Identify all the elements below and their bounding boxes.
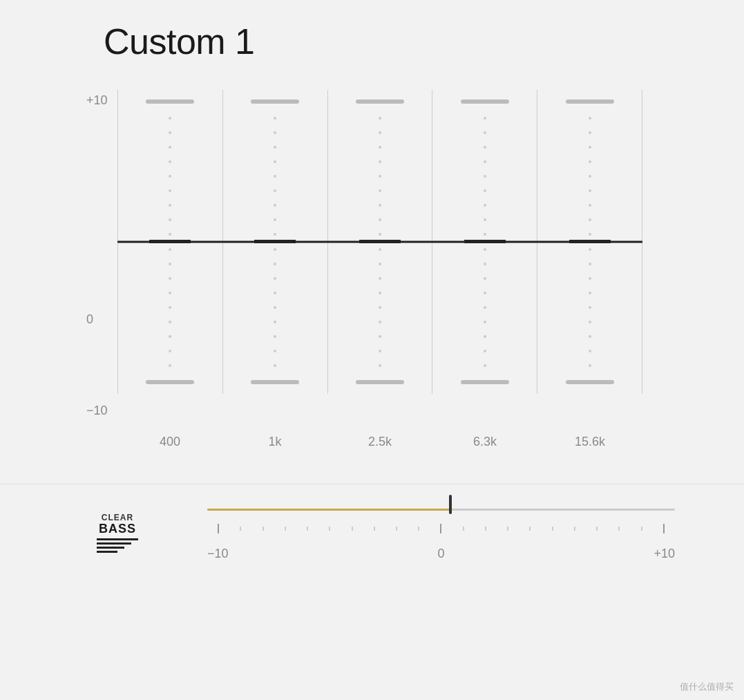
band-1k-zero-notch: [254, 240, 296, 243]
section-divider: [0, 484, 744, 484]
slider-track-filled: [207, 509, 450, 511]
band-1k-handle-top: [251, 100, 299, 104]
clear-bass-label-top: CLEAR: [102, 513, 133, 522]
band-400-handle-top: [146, 100, 194, 104]
band-6.3k-handle-bottom: [461, 380, 509, 384]
tick-3: [274, 527, 296, 531]
tick-zero: [430, 524, 452, 533]
title-section: Custom 1: [0, 14, 744, 83]
tick-19: [630, 527, 652, 531]
x-label-2.5k: 2.5k: [327, 435, 432, 449]
tick-6: [341, 527, 363, 531]
y-label-mid: 0: [86, 312, 93, 327]
tick-17: [586, 527, 608, 531]
eq-section: +10 0 −10: [0, 83, 744, 442]
eq-grid: [117, 90, 642, 394]
page: Custom 1 +10 0 −10: [0, 0, 744, 700]
clear-bass-slider-container: −10 0 +10: [207, 505, 675, 561]
tick-minus10: [207, 524, 229, 533]
x-label-15.6k: 15.6k: [537, 435, 642, 449]
y-axis: +10 0 −10: [86, 90, 108, 422]
tick-2: [251, 527, 274, 531]
slider-ticks-row: [207, 522, 675, 536]
cb-line-2: [97, 542, 131, 545]
x-label-400: 400: [117, 435, 222, 449]
slider-label-mid: 0: [437, 547, 444, 561]
y-label-bottom: −10: [86, 404, 108, 418]
slider-label-min: −10: [207, 547, 229, 561]
slider-label-max: +10: [654, 547, 675, 561]
band-6.3k-handle-top: [461, 100, 509, 104]
page-title: Custom 1: [104, 21, 744, 62]
band-400-zero-notch: [149, 240, 191, 243]
tick-13: [497, 527, 519, 531]
tick-plus10: [653, 524, 675, 533]
tick-16: [564, 527, 586, 531]
slider-thumb[interactable]: [449, 495, 452, 514]
tick-11: [452, 527, 475, 531]
band-2.5k-handle-bottom: [356, 380, 404, 384]
tick-9: [408, 527, 430, 531]
tick-14: [519, 527, 541, 531]
band-15.6k-handle-bottom: [566, 380, 614, 384]
band-1k-handle-bottom: [251, 380, 299, 384]
clear-bass-label-bottom: BASS: [99, 522, 136, 536]
y-label-top: +10: [86, 93, 108, 108]
cb-line-1: [97, 538, 138, 540]
tick-4: [296, 527, 318, 531]
slider-labels: −10 0 +10: [207, 547, 675, 561]
tick-5: [318, 527, 341, 531]
band-15.6k-zero-notch: [569, 240, 611, 243]
band-6.3k-zero-notch: [464, 240, 506, 243]
band-2.5k-handle-top: [356, 100, 404, 104]
tick-8: [385, 527, 408, 531]
clear-bass-section: CLEAR BASS: [0, 505, 744, 582]
tick-12: [475, 527, 497, 531]
cb-line-3: [97, 547, 124, 549]
clear-bass-lines: [97, 538, 138, 553]
eq-chart: +10 0 −10: [117, 90, 642, 422]
tick-7: [363, 527, 385, 531]
x-axis: 400 1k 2.5k 6.3k 15.6k: [117, 435, 642, 449]
tick-15: [542, 527, 564, 531]
band-2.5k-zero-notch: [359, 240, 401, 243]
clear-bass-logo: CLEAR BASS: [90, 513, 145, 554]
clear-bass-slider-track[interactable]: [207, 505, 675, 513]
cb-line-4: [97, 551, 117, 553]
x-label-1k: 1k: [222, 435, 327, 449]
tick-18: [608, 527, 630, 531]
watermark: 值什么值得买: [680, 681, 734, 693]
ticks-container: [207, 522, 675, 536]
band-15.6k-handle-top: [566, 100, 614, 104]
band-400-handle-bottom: [146, 380, 194, 384]
tick-1: [229, 527, 251, 531]
x-label-6.3k: 6.3k: [432, 435, 537, 449]
